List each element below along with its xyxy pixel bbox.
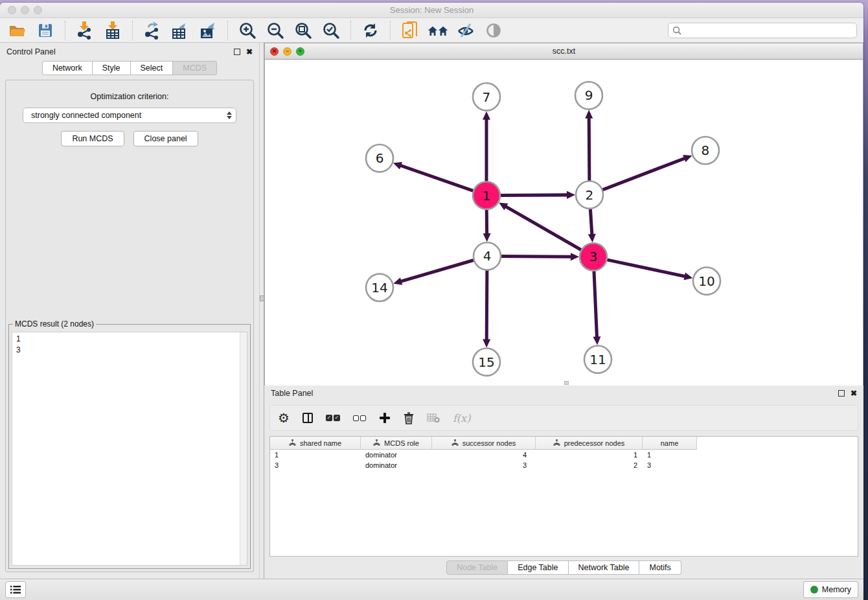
gear-icon[interactable]: ⚙ bbox=[278, 410, 290, 426]
tab-edge-table[interactable]: Edge Table bbox=[508, 560, 568, 575]
column-header-mcds-role[interactable]: MCDS role bbox=[361, 437, 432, 450]
divider-grip[interactable] bbox=[260, 295, 264, 301]
table-header-row: shared name MCDS role successor nodes bbox=[270, 437, 858, 450]
folder-open-icon[interactable] bbox=[6, 21, 29, 40]
close-panel-button[interactable]: Close panel bbox=[133, 131, 198, 146]
titlebar: Session: New Session bbox=[0, 3, 863, 18]
graph-node-label: 15 bbox=[478, 354, 494, 370]
memory-status-dot bbox=[810, 586, 818, 594]
attribute-icon bbox=[553, 439, 560, 446]
cell-predecessor-nodes[interactable]: 1 bbox=[536, 450, 643, 460]
memory-label: Memory bbox=[822, 585, 851, 594]
deselect-all-icon[interactable] bbox=[353, 415, 366, 421]
mcds-result-text[interactable]: 1 3 bbox=[12, 332, 247, 566]
export-image-icon[interactable] bbox=[197, 21, 219, 40]
toolbar-separator bbox=[227, 21, 228, 40]
column-label: name bbox=[661, 439, 679, 447]
graph-node-label: 3 bbox=[589, 249, 598, 264]
table-row[interactable]: 3 dominator 3 2 3 bbox=[270, 460, 858, 470]
export-network-icon[interactable] bbox=[141, 21, 163, 40]
main-toolbar bbox=[0, 18, 863, 43]
chevron-updown-icon bbox=[227, 111, 232, 119]
tab-motifs[interactable]: Motifs bbox=[639, 560, 681, 575]
network-graph[interactable]: 7968124314101511 bbox=[265, 60, 863, 386]
select-all-icon[interactable]: ✓✓ bbox=[326, 415, 340, 421]
network-window-title: scc.txt bbox=[265, 47, 863, 56]
cell-shared-name[interactable]: 3 bbox=[270, 460, 361, 470]
network-window-titlebar: ✕ − + scc.txt bbox=[264, 43, 863, 60]
graph-node-label: 6 bbox=[376, 150, 384, 166]
add-icon[interactable] bbox=[379, 412, 391, 424]
close-panel-icon[interactable]: ✖ bbox=[246, 49, 253, 55]
column-header-successor-nodes[interactable]: successor nodes bbox=[432, 437, 536, 450]
tab-mcds[interactable]: MCDS bbox=[173, 61, 217, 75]
result-scrollbar[interactable] bbox=[240, 332, 247, 565]
search-icon bbox=[672, 26, 681, 35]
column-label: predecessor nodes bbox=[564, 439, 625, 447]
cell-successor-nodes[interactable]: 3 bbox=[432, 460, 536, 470]
column-header-name[interactable]: name bbox=[643, 437, 697, 450]
attribute-icon bbox=[289, 439, 296, 446]
memory-button[interactable]: Memory bbox=[803, 581, 858, 598]
import-table-icon[interactable] bbox=[102, 21, 124, 40]
optimization-criterion-select[interactable]: strongly connected component bbox=[23, 108, 236, 123]
search-box[interactable] bbox=[668, 23, 857, 38]
attribute-icon bbox=[451, 439, 459, 446]
cell-mcds-role[interactable]: dominator bbox=[361, 450, 432, 460]
graph-node-label: 2 bbox=[586, 187, 594, 203]
cell-name[interactable]: 3 bbox=[643, 460, 697, 470]
columns-icon[interactable] bbox=[303, 413, 313, 423]
float-table-panel-icon[interactable] bbox=[838, 390, 845, 397]
mcds-panel: Optimization criterion: strongly connect… bbox=[5, 80, 254, 572]
graph-node-label: 10 bbox=[698, 273, 714, 289]
toolbar-separator bbox=[390, 21, 391, 40]
status-bar: Memory bbox=[0, 579, 863, 600]
delete-table-icon bbox=[427, 413, 440, 423]
delete-icon[interactable] bbox=[404, 412, 414, 424]
table-row[interactable]: 1 dominator 4 1 1 bbox=[270, 450, 858, 460]
zoom-selected-icon[interactable] bbox=[320, 21, 342, 40]
eye-icon bbox=[483, 21, 505, 40]
graph-node-label: 9 bbox=[585, 87, 593, 103]
tab-node-table[interactable]: Node Table bbox=[446, 560, 508, 575]
search-input[interactable] bbox=[684, 26, 852, 35]
tab-network[interactable]: Network bbox=[42, 61, 93, 75]
control-panel-tabs: Network Style Select MCDS bbox=[0, 61, 259, 75]
column-header-shared-name[interactable]: shared name bbox=[270, 437, 361, 450]
task-history-button[interactable] bbox=[5, 581, 26, 598]
cell-shared-name[interactable]: 1 bbox=[270, 450, 361, 460]
column-label: MCDS role bbox=[384, 439, 419, 447]
node-table[interactable]: shared name MCDS role successor nodes bbox=[269, 436, 858, 557]
tab-style[interactable]: Style bbox=[93, 61, 131, 75]
cell-name[interactable]: 1 bbox=[643, 450, 697, 460]
refresh-icon[interactable] bbox=[360, 21, 382, 40]
graph-node-label: 7 bbox=[483, 89, 491, 104]
float-panel-icon[interactable] bbox=[234, 49, 240, 55]
eye-slash-icon[interactable] bbox=[455, 21, 477, 40]
mcds-result-title: MCDS result (2 nodes) bbox=[13, 319, 96, 329]
home-icon[interactable] bbox=[427, 21, 449, 40]
tab-select[interactable]: Select bbox=[131, 61, 174, 75]
panel-split-divider[interactable] bbox=[259, 43, 264, 579]
table-panel: Table Panel ✖ ⚙ ✓✓ f(x) bbox=[264, 384, 863, 579]
close-table-panel-icon[interactable]: ✖ bbox=[851, 390, 857, 397]
cell-mcds-role[interactable]: dominator bbox=[361, 460, 432, 470]
column-header-predecessor-nodes[interactable]: predecessor nodes bbox=[536, 437, 643, 450]
cell-successor-nodes[interactable]: 4 bbox=[432, 450, 536, 460]
run-mcds-button[interactable]: Run MCDS bbox=[61, 131, 124, 146]
network-canvas[interactable]: 7968124314101511 bbox=[264, 60, 863, 386]
save-icon[interactable] bbox=[34, 21, 56, 40]
cell-predecessor-nodes[interactable]: 2 bbox=[536, 460, 643, 470]
zoom-fit-icon[interactable] bbox=[292, 21, 314, 40]
copy-network-icon[interactable] bbox=[399, 21, 421, 40]
network-window: ✕ − + scc.txt 7968124314101511 bbox=[264, 43, 863, 384]
import-network-icon[interactable] bbox=[74, 21, 96, 40]
canvas-resize-grip[interactable] bbox=[564, 381, 569, 385]
zoom-in-icon[interactable] bbox=[236, 21, 258, 40]
control-panel-title: Control Panel bbox=[6, 47, 56, 56]
zoom-out-icon[interactable] bbox=[264, 21, 286, 40]
export-table-icon[interactable] bbox=[169, 21, 191, 40]
tab-network-table[interactable]: Network Table bbox=[569, 560, 640, 575]
table-panel-title: Table Panel bbox=[271, 389, 313, 398]
graph-node-label: 14 bbox=[371, 280, 387, 295]
